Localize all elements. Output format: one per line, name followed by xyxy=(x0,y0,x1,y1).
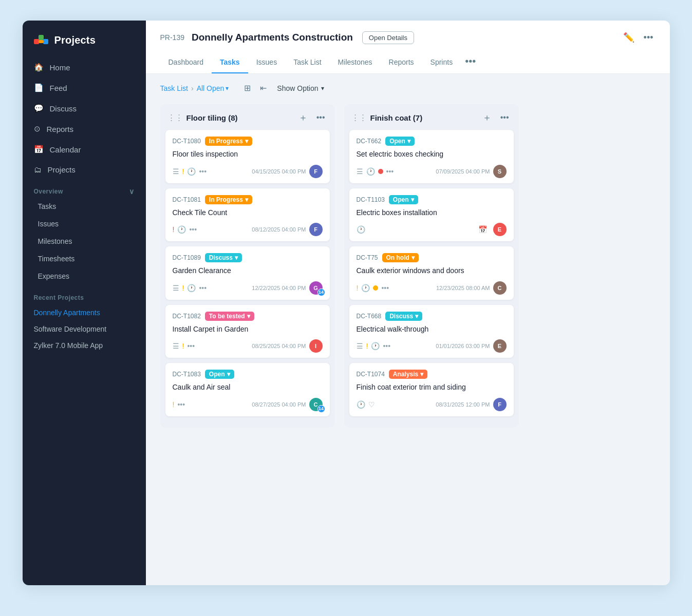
warning-icon[interactable]: ! xyxy=(182,167,184,176)
card-badge[interactable]: Discuss ▾ xyxy=(205,253,242,262)
card-badge[interactable]: On hold ▾ xyxy=(382,253,419,262)
tab-milestones[interactable]: Milestones xyxy=(330,54,381,73)
chevron-down-icon: ▾ xyxy=(235,254,238,261)
more-icon[interactable]: ••• xyxy=(383,342,390,350)
chevron-down-icon: ▾ xyxy=(245,138,248,145)
chevron-down-icon: ▾ xyxy=(321,85,324,92)
warning-icon[interactable]: ! xyxy=(182,342,184,350)
warning-icon[interactable]: ! xyxy=(173,400,175,409)
sidebar-item-reports[interactable]: ⊙ Reports xyxy=(28,119,141,139)
clock-icon[interactable]: 🕐 xyxy=(371,342,380,350)
open-details-button[interactable]: Open Details xyxy=(362,31,414,44)
warning-icon[interactable]: ! xyxy=(357,284,359,292)
warning-icon[interactable]: ! xyxy=(182,284,184,292)
sidebar-item-calendar[interactable]: 📅 Calendar xyxy=(28,140,141,159)
table-row: DC-T1089 Discuss ▾ Garden Clearance ☰ ! … xyxy=(165,246,330,300)
tab-reports[interactable]: Reports xyxy=(381,54,422,73)
tab-tasks[interactable]: Tasks xyxy=(212,54,248,73)
sidebar-item-feed[interactable]: 📄 Feed xyxy=(28,78,141,98)
collapse-icon-button[interactable]: ⇤ xyxy=(257,81,270,95)
clock-icon[interactable]: 🕐 xyxy=(357,225,365,234)
more-icon[interactable]: ••• xyxy=(189,225,197,234)
card-date: 01/01/2026 03:00 PM xyxy=(436,343,490,349)
table-row: DC-T1074 Analysis ▾ Finish coat exterior… xyxy=(349,363,514,416)
card-badge[interactable]: Discuss ▾ xyxy=(385,312,422,321)
column-more-button[interactable]: ••• xyxy=(314,112,328,123)
tab-issues[interactable]: Issues xyxy=(248,54,285,73)
task-icon[interactable]: ☰ xyxy=(357,342,363,350)
card-badge[interactable]: Open ▾ xyxy=(205,370,234,379)
card-id: DC-T1081 xyxy=(173,196,201,203)
table-row: DC-T662 Open ▾ Set electric boxes checki… xyxy=(349,130,514,183)
card-badge[interactable]: Open ▾ xyxy=(389,195,418,204)
more-icon[interactable]: ••• xyxy=(381,284,389,292)
card-badge[interactable]: Open ▾ xyxy=(385,137,415,146)
column-add-button[interactable]: ＋ xyxy=(480,110,494,125)
card-badge[interactable]: Analysis ▾ xyxy=(389,370,427,379)
header-actions: ✏️ ••• xyxy=(621,30,656,45)
sidebar-item-discuss[interactable]: 💬 Discuss xyxy=(28,99,141,118)
column-title-finish-coat: Finish coat (7) xyxy=(370,113,476,122)
card-badge[interactable]: In Progress ▾ xyxy=(205,137,252,146)
card-badge[interactable]: To be tested ▾ xyxy=(205,312,254,321)
breadcrumb-all-open[interactable]: All Open ▾ xyxy=(197,84,229,92)
recent-project-software[interactable]: Software Development xyxy=(23,321,146,337)
heart-icon[interactable]: ♡ xyxy=(368,400,375,409)
clock-icon[interactable]: 🕐 xyxy=(357,400,365,409)
clock-icon[interactable]: 🕐 xyxy=(187,284,196,292)
tab-more-button[interactable]: ••• xyxy=(461,51,480,73)
avatar: E xyxy=(493,339,507,353)
task-icon[interactable]: ☰ xyxy=(173,167,179,176)
sidebar-item-projects[interactable]: 🗂 Projects xyxy=(28,160,141,179)
sidebar-sub-expenses[interactable]: Expenses xyxy=(27,268,142,284)
sidebar-sub-milestones[interactable]: Milestones xyxy=(27,233,142,249)
chevron-down-icon: ▾ xyxy=(226,85,229,92)
card-footer: ☰ ! 🕐 ••• 12/22/2025 04:00 PM G 14 xyxy=(173,281,323,295)
card-badge[interactable]: In Progress ▾ xyxy=(205,195,252,204)
more-icon[interactable]: ••• xyxy=(177,400,185,409)
filter-icon-button[interactable]: ⊞ xyxy=(241,81,254,95)
card-header: DC-T1103 Open ▾ xyxy=(357,195,507,204)
sidebar-sub-timesheets[interactable]: Timesheets xyxy=(27,251,142,267)
card-header: DC-T1081 In Progress ▾ xyxy=(173,195,323,204)
card-id: DC-T1080 xyxy=(173,138,201,145)
card-header: DC-T1080 In Progress ▾ xyxy=(173,137,323,146)
sidebar-sub-tasks[interactable]: Tasks xyxy=(27,198,142,215)
more-icon[interactable]: ••• xyxy=(199,167,207,176)
more-options-button[interactable]: ••• xyxy=(642,30,656,45)
task-icon[interactable]: ☰ xyxy=(173,342,179,350)
tab-task-list[interactable]: Task List xyxy=(285,54,329,73)
clock-icon[interactable]: 🕐 xyxy=(177,225,186,234)
recent-projects-label: Recent Projects xyxy=(23,285,146,304)
recent-project-zylker[interactable]: Zylker 7.0 Mobile App xyxy=(23,337,146,354)
table-row: DC-T1080 In Progress ▾ Floor tiles inspe… xyxy=(165,130,330,183)
more-icon[interactable]: ••• xyxy=(199,284,207,292)
warning-icon[interactable]: ! xyxy=(173,225,175,234)
card-icons: ! ••• xyxy=(173,400,249,409)
project-title: Donnelly Apartments Construction xyxy=(192,32,353,43)
warning-icon[interactable]: ! xyxy=(366,342,368,350)
tab-sprints[interactable]: Sprints xyxy=(422,54,461,73)
column-more-button[interactable]: ••• xyxy=(498,112,512,123)
column-add-button[interactable]: ＋ xyxy=(296,110,310,125)
show-option-button[interactable]: Show Option ▾ xyxy=(273,82,328,94)
card-id: DC-T668 xyxy=(357,313,382,320)
task-icon[interactable]: ☰ xyxy=(173,284,179,292)
more-icon[interactable]: ••• xyxy=(187,342,195,350)
clock-icon[interactable]: 🕐 xyxy=(366,167,375,176)
recent-project-donnelly[interactable]: Donnelly Apartments xyxy=(23,304,146,321)
discuss-icon: 💬 xyxy=(34,104,44,113)
card-date: 08/25/2025 04:00 PM xyxy=(252,343,306,349)
clock-icon[interactable]: 🕐 xyxy=(361,284,370,292)
edit-icon-button[interactable]: ✏️ xyxy=(621,30,637,45)
sidebar-item-home[interactable]: 🏠 Home xyxy=(28,57,141,77)
status-dot-yellow xyxy=(373,285,378,291)
task-icon[interactable]: ☰ xyxy=(357,167,363,176)
card-icons: ☰ 🕐 ••• xyxy=(357,167,433,176)
card-date: 08/27/2025 04:00 PM xyxy=(252,401,306,408)
breadcrumb-task-list[interactable]: Task List xyxy=(160,84,188,92)
sidebar-sub-issues[interactable]: Issues xyxy=(27,216,142,232)
tab-dashboard[interactable]: Dashboard xyxy=(160,54,212,73)
clock-icon[interactable]: 🕐 xyxy=(187,167,196,176)
more-icon[interactable]: ••• xyxy=(386,167,394,176)
